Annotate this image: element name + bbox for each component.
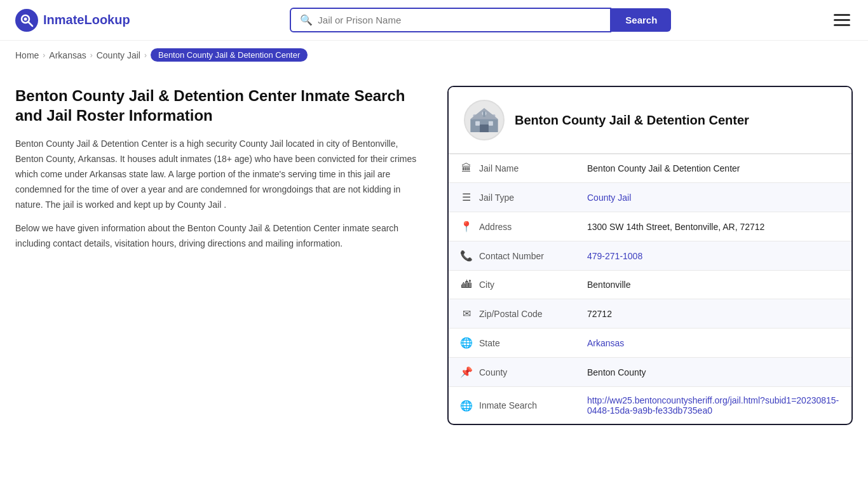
row-icon: 📞 <box>460 250 473 262</box>
description-paragraph-1: Benton County Jail & Detention Center is… <box>15 137 422 212</box>
search-bar: 🔍 Search <box>290 8 671 32</box>
row-icon: 📍 <box>460 220 473 233</box>
search-icon: 🔍 <box>300 14 313 26</box>
info-table: 🏛 Jail Name Benton County Jail & Detenti… <box>449 154 851 424</box>
svg-rect-10 <box>483 111 485 117</box>
card-header: Benton County Jail & Detention Center <box>449 87 851 154</box>
table-row: 🌐 Inmate Search http://ww25.bentoncounty… <box>449 387 851 424</box>
hamburger-menu[interactable] <box>831 11 853 29</box>
table-row: 📍 Address 1300 SW 14th Street, Bentonvil… <box>449 212 851 241</box>
facility-image <box>464 100 505 140</box>
row-label: Zip/Postal Code <box>479 309 543 319</box>
row-value-cell: Bentonville <box>576 271 851 299</box>
row-icon: 🌐 <box>460 337 473 349</box>
row-label: Jail Name <box>479 163 519 173</box>
row-value-cell[interactable]: County Jail <box>576 183 851 212</box>
left-panel: Benton County Jail & Detention Center In… <box>15 86 422 425</box>
main-content: Benton County Jail & Detention Center In… <box>0 67 868 451</box>
row-link[interactable]: 479-271-1008 <box>587 251 642 261</box>
row-link[interactable]: Arkansas <box>587 338 624 348</box>
row-icon: ☰ <box>460 191 473 203</box>
breadcrumb-county-jail[interactable]: County Jail <box>97 50 140 60</box>
page-heading: Benton County Jail & Detention Center In… <box>15 86 422 125</box>
row-label-cell: 🌐 State <box>449 329 576 358</box>
row-label: Inmate Search <box>479 400 537 410</box>
row-label: State <box>479 338 500 348</box>
row-label-cell: 🏙 City <box>449 271 576 299</box>
table-row: ✉ Zip/Postal Code 72712 <box>449 299 851 329</box>
svg-rect-5 <box>480 125 489 132</box>
table-row: 📞 Contact Number 479-271-1008 <box>449 241 851 271</box>
row-label: City <box>479 280 494 290</box>
row-icon: 📌 <box>460 366 473 378</box>
row-icon: 🌐 <box>460 400 473 412</box>
svg-rect-7 <box>489 121 493 126</box>
row-value-cell: Benton County Jail & Detention Center <box>576 154 851 183</box>
search-input[interactable] <box>318 15 601 25</box>
breadcrumb-current: Benton County Jail & Detention Center <box>151 48 308 62</box>
row-label-cell: 🏛 Jail Name <box>449 154 576 183</box>
row-label: County <box>479 367 507 377</box>
row-label-cell: 📌 County <box>449 358 576 387</box>
info-card: Benton County Jail & Detention Center 🏛 … <box>447 86 853 425</box>
search-button[interactable]: Search <box>611 8 671 32</box>
row-label-cell: 📍 Address <box>449 212 576 241</box>
logo-text: InmateLookup <box>43 13 130 27</box>
table-row: 📌 County Benton County <box>449 358 851 387</box>
row-icon: 🏙 <box>460 279 473 290</box>
table-row: 🏛 Jail Name Benton County Jail & Detenti… <box>449 154 851 183</box>
table-row: 🏙 City Bentonville <box>449 271 851 299</box>
svg-line-2 <box>29 22 33 26</box>
breadcrumb-sep-2: › <box>90 51 93 60</box>
card-title: Benton County Jail & Detention Center <box>515 113 749 128</box>
search-input-wrap: 🔍 <box>290 8 611 32</box>
breadcrumb-sep-3: › <box>144 51 147 60</box>
row-label-cell: ✉ Zip/Postal Code <box>449 299 576 329</box>
hamburger-line-2 <box>834 19 850 21</box>
logo[interactable]: InmateLookup <box>15 9 130 32</box>
table-row: 🌐 State Arkansas <box>449 329 851 358</box>
description-paragraph-2: Below we have given information about th… <box>15 221 422 252</box>
table-row: ☰ Jail Type County Jail <box>449 183 851 212</box>
breadcrumb-home[interactable]: Home <box>15 50 39 60</box>
row-label-cell: 🌐 Inmate Search <box>449 387 576 424</box>
breadcrumb: Home › Arkansas › County Jail › Benton C… <box>0 41 868 67</box>
svg-point-1 <box>24 17 27 20</box>
hamburger-line-3 <box>834 24 850 26</box>
row-link[interactable]: County Jail <box>587 193 631 203</box>
row-label: Jail Type <box>479 193 514 203</box>
row-value-cell[interactable]: 479-271-1008 <box>576 241 851 271</box>
row-value-cell: 72712 <box>576 299 851 329</box>
row-label-cell: ☰ Jail Type <box>449 183 576 212</box>
svg-rect-6 <box>475 121 480 126</box>
row-icon: 🏛 <box>460 163 473 174</box>
breadcrumb-arkansas[interactable]: Arkansas <box>49 50 86 60</box>
row-label: Contact Number <box>479 251 544 261</box>
row-icon: ✉ <box>460 308 473 320</box>
row-link[interactable]: http://ww25.bentoncountysheriff.org/jail… <box>587 395 839 416</box>
header: InmateLookup 🔍 Search <box>0 0 868 41</box>
row-value-cell: Benton County <box>576 358 851 387</box>
row-label-cell: 📞 Contact Number <box>449 241 576 271</box>
hamburger-line-1 <box>834 14 850 16</box>
breadcrumb-sep-1: › <box>43 51 45 60</box>
logo-icon <box>15 9 38 32</box>
row-value-cell[interactable]: Arkansas <box>576 329 851 358</box>
row-label: Address <box>479 222 512 232</box>
row-value-cell[interactable]: http://ww25.bentoncountysheriff.org/jail… <box>576 387 851 424</box>
row-value-cell: 1300 SW 14th Street, Bentonville, AR, 72… <box>576 212 851 241</box>
